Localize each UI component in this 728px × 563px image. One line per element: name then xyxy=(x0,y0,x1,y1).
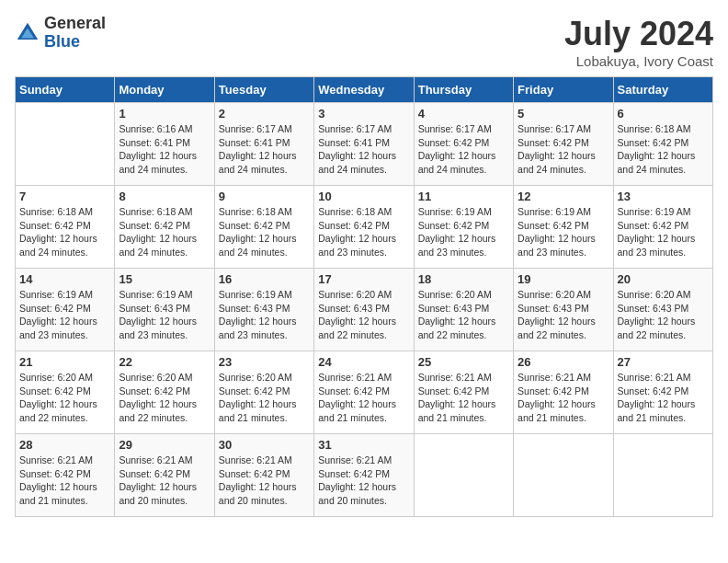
calendar-cell: 19 Sunrise: 6:20 AM Sunset: 6:43 PM Dayl… xyxy=(514,269,613,351)
sunset-text: Sunset: 6:43 PM xyxy=(119,303,190,314)
sunset-text: Sunset: 6:42 PM xyxy=(318,385,390,396)
daylight-text: Daylight: 12 hours and 24 minutes. xyxy=(518,150,596,175)
cell-content: Sunrise: 6:18 AM Sunset: 6:42 PM Dayligh… xyxy=(119,205,210,259)
sunset-text: Sunset: 6:41 PM xyxy=(219,137,290,148)
logo-icon xyxy=(15,20,40,46)
cell-content: Sunrise: 6:19 AM Sunset: 6:42 PM Dayligh… xyxy=(418,205,509,259)
daylight-text: Daylight: 12 hours and 21 minutes. xyxy=(418,398,496,423)
calendar-cell: 10 Sunrise: 6:18 AM Sunset: 6:42 PM Dayl… xyxy=(314,186,414,269)
sunrise-text: Sunrise: 6:18 AM xyxy=(318,206,392,217)
sunrise-text: Sunrise: 6:17 AM xyxy=(418,123,492,134)
calendar-cell: 22 Sunrise: 6:20 AM Sunset: 6:42 PM Dayl… xyxy=(115,351,214,434)
daylight-text: Daylight: 12 hours and 22 minutes. xyxy=(19,398,97,423)
day-number: 4 xyxy=(418,107,509,121)
day-header-friday: Friday xyxy=(514,77,613,103)
cell-content: Sunrise: 6:17 AM Sunset: 6:41 PM Dayligh… xyxy=(219,122,310,177)
cell-content: Sunrise: 6:19 AM Sunset: 6:42 PM Dayligh… xyxy=(518,205,609,259)
sunset-text: Sunset: 6:43 PM xyxy=(318,303,390,314)
calendar-cell: 30 Sunrise: 6:21 AM Sunset: 6:42 PM Dayl… xyxy=(214,434,313,517)
sunrise-text: Sunrise: 6:20 AM xyxy=(518,289,591,300)
page-header: General Blue July 2024 Lobakuya, Ivory C… xyxy=(15,15,713,69)
daylight-text: Daylight: 12 hours and 21 minutes. xyxy=(618,398,696,423)
cell-content: Sunrise: 6:20 AM Sunset: 6:42 PM Dayligh… xyxy=(219,371,310,425)
sunrise-text: Sunrise: 6:21 AM xyxy=(418,372,492,383)
sunrise-text: Sunrise: 6:17 AM xyxy=(318,123,392,134)
daylight-text: Daylight: 12 hours and 24 minutes. xyxy=(119,150,197,175)
day-number: 5 xyxy=(518,107,609,121)
sunset-text: Sunset: 6:42 PM xyxy=(618,220,689,231)
cell-content: Sunrise: 6:18 AM Sunset: 6:42 PM Dayligh… xyxy=(618,122,709,177)
day-number: 21 xyxy=(19,355,110,369)
cell-content: Sunrise: 6:17 AM Sunset: 6:42 PM Dayligh… xyxy=(518,122,609,177)
sunrise-text: Sunrise: 6:20 AM xyxy=(19,372,93,383)
calendar-cell: 29 Sunrise: 6:21 AM Sunset: 6:42 PM Dayl… xyxy=(115,434,214,517)
daylight-text: Daylight: 12 hours and 24 minutes. xyxy=(219,233,297,258)
cell-content: Sunrise: 6:19 AM Sunset: 6:42 PM Dayligh… xyxy=(19,288,110,342)
sunrise-text: Sunrise: 6:20 AM xyxy=(119,372,192,383)
calendar-cell: 28 Sunrise: 6:21 AM Sunset: 6:42 PM Dayl… xyxy=(16,434,115,517)
logo: General Blue xyxy=(15,15,106,52)
cell-content: Sunrise: 6:21 AM Sunset: 6:42 PM Dayligh… xyxy=(318,371,409,425)
cell-content: Sunrise: 6:17 AM Sunset: 6:42 PM Dayligh… xyxy=(418,122,509,177)
daylight-text: Daylight: 12 hours and 22 minutes. xyxy=(618,316,696,340)
calendar-cell: 15 Sunrise: 6:19 AM Sunset: 6:43 PM Dayl… xyxy=(115,269,214,351)
header-row: SundayMondayTuesdayWednesdayThursdayFrid… xyxy=(16,77,713,103)
calendar-cell: 5 Sunrise: 6:17 AM Sunset: 6:42 PM Dayli… xyxy=(514,103,613,186)
sunset-text: Sunset: 6:42 PM xyxy=(318,468,390,479)
calendar-cell: 6 Sunrise: 6:18 AM Sunset: 6:42 PM Dayli… xyxy=(613,103,712,186)
day-number: 6 xyxy=(618,107,709,121)
cell-content: Sunrise: 6:18 AM Sunset: 6:42 PM Dayligh… xyxy=(318,205,409,259)
cell-content: Sunrise: 6:21 AM Sunset: 6:42 PM Dayligh… xyxy=(119,454,210,508)
day-number: 14 xyxy=(19,272,110,286)
cell-content: Sunrise: 6:20 AM Sunset: 6:42 PM Dayligh… xyxy=(19,371,110,425)
sunrise-text: Sunrise: 6:20 AM xyxy=(418,289,492,300)
calendar-cell: 11 Sunrise: 6:19 AM Sunset: 6:42 PM Dayl… xyxy=(414,186,513,269)
week-row-1: 1 Sunrise: 6:16 AM Sunset: 6:41 PM Dayli… xyxy=(16,103,713,186)
calendar-cell: 8 Sunrise: 6:18 AM Sunset: 6:42 PM Dayli… xyxy=(115,186,214,269)
daylight-text: Daylight: 12 hours and 22 minutes. xyxy=(318,316,396,340)
cell-content: Sunrise: 6:20 AM Sunset: 6:42 PM Dayligh… xyxy=(119,371,210,425)
day-number: 20 xyxy=(618,272,709,286)
sunset-text: Sunset: 6:42 PM xyxy=(418,385,490,396)
logo-text: General Blue xyxy=(44,15,106,52)
sunset-text: Sunset: 6:42 PM xyxy=(19,385,91,396)
sunset-text: Sunset: 6:42 PM xyxy=(119,385,190,396)
day-number: 19 xyxy=(518,272,609,286)
calendar-cell xyxy=(16,103,115,186)
sunrise-text: Sunrise: 6:19 AM xyxy=(119,289,192,300)
day-number: 31 xyxy=(318,438,409,452)
week-row-5: 28 Sunrise: 6:21 AM Sunset: 6:42 PM Dayl… xyxy=(16,434,713,517)
sunset-text: Sunset: 6:42 PM xyxy=(418,220,490,231)
day-header-sunday: Sunday xyxy=(16,77,115,103)
sunrise-text: Sunrise: 6:20 AM xyxy=(318,289,392,300)
cell-content: Sunrise: 6:21 AM Sunset: 6:42 PM Dayligh… xyxy=(318,454,409,508)
day-number: 9 xyxy=(219,190,310,203)
calendar-cell: 13 Sunrise: 6:19 AM Sunset: 6:42 PM Dayl… xyxy=(613,186,712,269)
logo-blue: Blue xyxy=(44,33,106,52)
day-header-tuesday: Tuesday xyxy=(214,77,313,103)
daylight-text: Daylight: 12 hours and 22 minutes. xyxy=(119,398,197,423)
week-row-3: 14 Sunrise: 6:19 AM Sunset: 6:42 PM Dayl… xyxy=(16,269,713,351)
calendar-cell: 4 Sunrise: 6:17 AM Sunset: 6:42 PM Dayli… xyxy=(414,103,513,186)
daylight-text: Daylight: 12 hours and 21 minutes. xyxy=(219,398,297,423)
cell-content: Sunrise: 6:20 AM Sunset: 6:43 PM Dayligh… xyxy=(318,288,409,342)
calendar-cell xyxy=(414,434,513,517)
day-number: 17 xyxy=(318,272,409,286)
daylight-text: Daylight: 12 hours and 23 minutes. xyxy=(119,316,197,340)
title-area: July 2024 Lobakuya, Ivory Coast xyxy=(564,15,713,69)
day-number: 10 xyxy=(318,190,409,203)
sunset-text: Sunset: 6:41 PM xyxy=(318,137,390,148)
day-number: 1 xyxy=(119,107,210,121)
calendar-cell: 31 Sunrise: 6:21 AM Sunset: 6:42 PM Dayl… xyxy=(314,434,414,517)
sunrise-text: Sunrise: 6:18 AM xyxy=(618,123,691,134)
daylight-text: Daylight: 12 hours and 24 minutes. xyxy=(618,150,696,175)
day-header-saturday: Saturday xyxy=(613,77,712,103)
sunset-text: Sunset: 6:42 PM xyxy=(518,385,589,396)
cell-content: Sunrise: 6:16 AM Sunset: 6:41 PM Dayligh… xyxy=(119,122,210,177)
cell-content: Sunrise: 6:21 AM Sunset: 6:42 PM Dayligh… xyxy=(618,371,709,425)
daylight-text: Daylight: 12 hours and 21 minutes. xyxy=(518,398,596,423)
day-number: 27 xyxy=(618,355,709,369)
calendar-cell: 27 Sunrise: 6:21 AM Sunset: 6:42 PM Dayl… xyxy=(613,351,712,434)
sunrise-text: Sunrise: 6:17 AM xyxy=(518,123,591,134)
day-header-monday: Monday xyxy=(115,77,214,103)
